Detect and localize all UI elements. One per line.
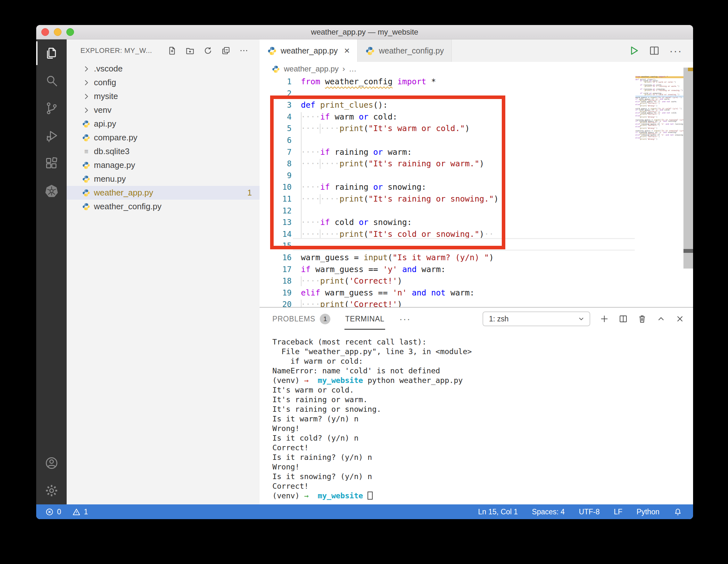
new-folder-icon[interactable] [185, 46, 195, 55]
errors-icon[interactable] [45, 508, 54, 516]
explorer-header: EXPLORER: MY_W... [67, 39, 260, 62]
tree-item[interactable]: menu.py [67, 172, 260, 186]
tree-item[interactable]: manage.py [67, 158, 260, 172]
close-tab-icon[interactable]: × [344, 46, 350, 55]
code-line[interactable]: 18····print('Correct!') [260, 275, 693, 287]
python-file-icon [267, 46, 277, 55]
tree-item[interactable]: config [67, 76, 260, 89]
minimap[interactable]: from weather_config import * def print_c… [635, 76, 683, 166]
code-line[interactable]: 19elif warm_guess == 'n' and not warm: [260, 287, 693, 299]
tree-item[interactable]: .vscode [67, 62, 260, 76]
minimize-window-button[interactable] [54, 28, 62, 36]
status-item[interactable]: Python [636, 508, 659, 516]
status-item[interactable]: UTF-8 [579, 508, 600, 516]
more-icon[interactable] [239, 46, 249, 55]
python-file-icon [267, 46, 277, 56]
breadcrumb-file[interactable]: weather_app.py [284, 64, 339, 73]
tree-item-label: config [94, 78, 116, 87]
python-file-icon [82, 120, 90, 128]
terminal-line: (venv) → my_website [272, 491, 693, 501]
tree-item[interactable]: mysite [67, 89, 260, 103]
modified-badge: 1 [247, 188, 252, 197]
run-icon[interactable] [628, 45, 639, 56]
source-control-icon[interactable] [36, 95, 67, 122]
status-item[interactable]: Ln 15, Col 1 [478, 508, 518, 516]
tree-item-label: compare.py [94, 133, 137, 143]
split-terminal-icon[interactable] [618, 314, 628, 324]
terminal-cursor [368, 492, 373, 500]
tree-item-label: db.sqlite3 [94, 146, 129, 156]
terminal-line: NameError: name 'cold' is not defined [272, 366, 693, 376]
problems-badge: 1 [320, 314, 330, 324]
activity-bar [36, 39, 67, 504]
zoom-window-button[interactable] [66, 28, 74, 36]
tree-item[interactable]: api.py [67, 117, 260, 131]
tab-label: weather_app.py [281, 46, 338, 55]
status-item[interactable]: LF [614, 508, 623, 516]
panel-more-icon[interactable]: ··· [399, 313, 411, 324]
code-line[interactable]: 17if warm_guess == 'y' and warm: [260, 264, 693, 276]
python-file-icon [82, 203, 90, 211]
code-editor[interactable]: 1from weather_config import *23def print… [260, 76, 693, 307]
code-line[interactable]: 1from weather_config import * [260, 76, 693, 88]
titlebar: weather_app.py — my_website [36, 25, 693, 39]
bell-icon[interactable] [674, 508, 682, 516]
explorer-icon[interactable] [36, 39, 67, 67]
account-icon[interactable] [36, 449, 67, 477]
breadcrumb-separator: › [343, 64, 345, 73]
more-actions-icon[interactable]: ··· [669, 47, 682, 54]
kubernetes-icon[interactable] [36, 177, 67, 205]
tree-item-label: menu.py [94, 174, 126, 184]
file-tree: .vscode config mysite venv api.py compar… [67, 62, 260, 504]
terminal-line: Traceback (most recent call last): [272, 337, 693, 347]
python-file-icon [82, 161, 90, 170]
warnings-icon[interactable] [72, 508, 81, 516]
tab-terminal[interactable]: TERMINAL [344, 308, 385, 330]
tree-item-label: weather_app.py [94, 188, 153, 198]
breadcrumb-more[interactable]: … [349, 64, 357, 73]
chevron-right-icon [82, 92, 90, 101]
terminal-line: It's raining or warm. [272, 395, 693, 404]
tab-weather-app[interactable]: weather_app.py × [260, 39, 358, 62]
collapse-folders-icon[interactable] [221, 46, 231, 55]
close-panel-icon[interactable] [675, 314, 685, 324]
breadcrumb[interactable]: weather_app.py › … [260, 62, 693, 76]
search-icon[interactable] [36, 67, 67, 95]
problems-label: PROBLEMS [272, 315, 315, 323]
tab-weather-config[interactable]: weather_config.py [358, 39, 452, 62]
line-number: 20 [260, 299, 292, 307]
tree-item[interactable]: weather_config.py [67, 200, 260, 213]
maximize-panel-icon[interactable] [656, 314, 666, 324]
run-debug-icon[interactable] [36, 122, 67, 150]
status-item[interactable]: Spaces: 4 [532, 508, 565, 516]
error-count[interactable]: 0 [57, 508, 61, 516]
window-controls [41, 28, 74, 36]
split-editor-icon[interactable] [649, 45, 660, 56]
terminal-line: Is it warm? (y/n) n [272, 414, 693, 424]
editor-scrollbar[interactable] [683, 68, 693, 269]
close-window-button[interactable] [41, 28, 49, 36]
settings-gear-icon[interactable] [36, 477, 67, 504]
tree-item[interactable]: compare.py [67, 131, 260, 145]
new-file-icon[interactable] [167, 46, 177, 55]
kill-terminal-icon[interactable] [637, 314, 647, 324]
annotation-rectangle [270, 95, 505, 249]
warning-count[interactable]: 1 [84, 508, 88, 516]
tree-item[interactable]: venv [67, 103, 260, 117]
tree-item[interactable]: weather_app.py1 [67, 186, 260, 200]
new-terminal-icon[interactable] [600, 314, 609, 324]
python-file-icon [365, 46, 375, 56]
tree-item[interactable]: ≡db.sqlite3 [67, 145, 260, 158]
tab-problems[interactable]: PROBLEMS 1 [272, 314, 330, 324]
terminal-line: It's warm or cold. [272, 385, 693, 395]
code-line[interactable]: 16warm_guess = input("Is it warm? (y/n) … [260, 252, 693, 264]
code-line[interactable]: 20····print('Correct!') [260, 299, 693, 307]
chevron-right-icon [82, 65, 90, 73]
tree-item-label: mysite [94, 91, 118, 101]
extensions-icon[interactable] [36, 150, 67, 177]
terminal-line: Correct! [272, 443, 693, 452]
refresh-icon[interactable] [203, 46, 213, 55]
terminal-shell-select[interactable]: 1: zsh [483, 311, 590, 326]
terminal-output[interactable]: Traceback (most recent call last): File … [260, 330, 693, 504]
line-number: 16 [260, 252, 292, 264]
